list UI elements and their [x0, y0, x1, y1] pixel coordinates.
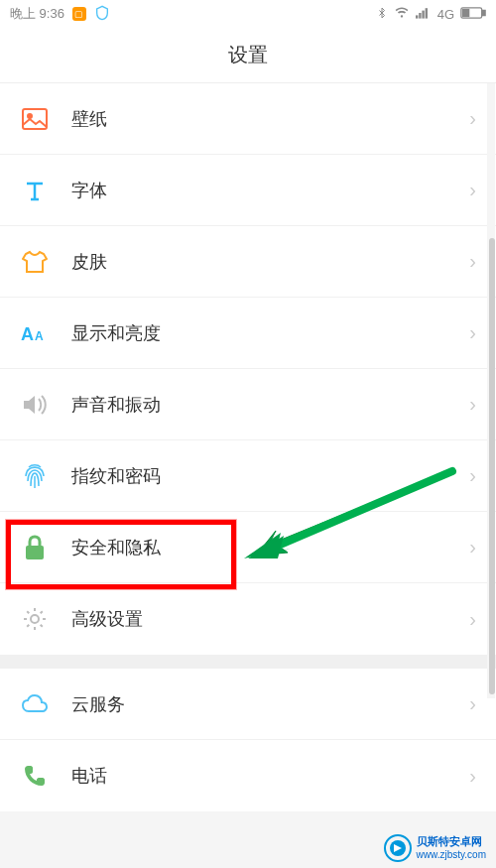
svg-rect-3: [425, 8, 427, 18]
svg-rect-0: [416, 15, 418, 18]
item-fingerprint[interactable]: 指纹和密码 ›: [0, 440, 496, 512]
item-label: 云服务: [71, 692, 469, 716]
fingerprint-icon: [20, 461, 50, 491]
watermark-text: 贝斯特安卓网 www.zjbsty.com: [417, 835, 486, 860]
item-phone[interactable]: 电话 ›: [0, 740, 496, 811]
svg-rect-6: [463, 9, 469, 16]
signal-icon: [416, 7, 432, 22]
watermark-url: www.zjbsty.com: [417, 849, 486, 861]
status-left: 晚上 9:36 ▢: [10, 5, 110, 24]
phone-icon: [20, 761, 50, 791]
chevron-right-icon: ›: [469, 692, 476, 715]
chevron-right-icon: ›: [469, 250, 476, 273]
chevron-right-icon: ›: [469, 464, 476, 487]
item-label: 字体: [71, 179, 469, 202]
svg-rect-11: [26, 546, 44, 559]
item-font[interactable]: 字体 ›: [0, 155, 496, 226]
svg-text:A: A: [35, 329, 44, 343]
item-sound[interactable]: 声音和振动 ›: [0, 369, 496, 440]
status-time: 晚上 9:36: [10, 5, 64, 23]
item-theme[interactable]: 皮肤 ›: [0, 226, 496, 298]
item-label: 显示和亮度: [71, 321, 469, 345]
chevron-right-icon: ›: [469, 179, 476, 201]
speaker-icon: [20, 390, 50, 420]
chevron-right-icon: ›: [469, 393, 476, 416]
bluetooth-icon: [376, 6, 388, 23]
item-advanced[interactable]: 高级设置 ›: [0, 583, 496, 655]
page-title: 设置: [228, 42, 268, 68]
gear-icon: [20, 604, 50, 634]
cloud-icon: [20, 689, 50, 719]
svg-text:A: A: [21, 324, 34, 343]
watermark-name: 贝斯特安卓网: [417, 835, 486, 848]
svg-rect-2: [422, 10, 424, 18]
settings-list-2: 云服务 › 电话 ›: [0, 669, 496, 811]
item-label: 声音和振动: [71, 393, 469, 417]
item-security[interactable]: 安全和隐私 ›: [0, 512, 496, 583]
battery-icon: [460, 6, 486, 23]
item-display[interactable]: AA 显示和亮度 ›: [0, 298, 496, 369]
notification-icon: ▢: [72, 7, 86, 21]
item-label: 高级设置: [71, 607, 469, 631]
font-size-icon: AA: [20, 318, 50, 348]
svg-rect-1: [419, 13, 421, 19]
watermark: 贝斯特安卓网 www.zjbsty.com: [384, 834, 486, 862]
section-divider: [0, 655, 496, 669]
network-label: 4G: [437, 7, 454, 22]
chevron-right-icon: ›: [469, 107, 476, 130]
item-cloud[interactable]: 云服务 ›: [0, 669, 496, 740]
settings-list: 壁纸 › 字体 › 皮肤 › AA 显示和亮度 › 声音和振动 › 指纹和密码: [0, 83, 496, 655]
text-icon: [20, 176, 50, 205]
item-label: 皮肤: [71, 250, 469, 274]
svg-point-8: [28, 114, 32, 118]
picture-icon: [20, 104, 50, 134]
watermark-logo-icon: [384, 834, 412, 862]
lock-icon: [20, 533, 50, 562]
shield-icon: [94, 5, 110, 24]
svg-point-12: [31, 615, 39, 623]
status-right: 4G: [376, 6, 486, 23]
shirt-icon: [20, 247, 50, 277]
status-bar: 晚上 9:36 ▢ 4G: [0, 0, 496, 28]
item-label: 电话: [71, 764, 469, 788]
item-wallpaper[interactable]: 壁纸 ›: [0, 83, 496, 155]
chevron-right-icon: ›: [469, 765, 476, 788]
chevron-right-icon: ›: [469, 321, 476, 344]
svg-rect-5: [483, 10, 486, 15]
wifi-icon: [394, 6, 410, 23]
page-header: 设置: [0, 28, 496, 83]
chevron-right-icon: ›: [469, 536, 476, 558]
scrollbar-thumb[interactable]: [489, 238, 495, 694]
item-label: 壁纸: [71, 107, 469, 131]
svg-rect-7: [23, 109, 47, 129]
chevron-right-icon: ›: [469, 608, 476, 631]
item-label: 安全和隐私: [71, 536, 469, 559]
item-label: 指纹和密码: [71, 464, 469, 488]
